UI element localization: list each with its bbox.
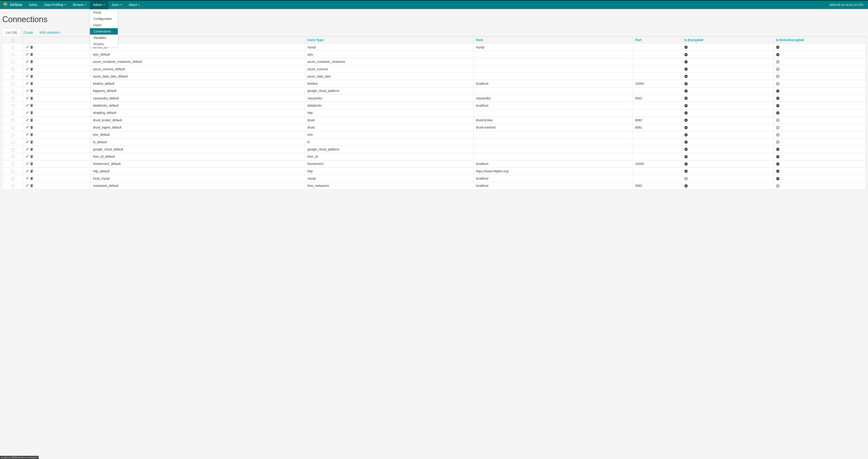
nav-data-profiling[interactable]: Data Profiling [41,0,69,9]
header-conn-type[interactable]: Conn Type [305,37,473,43]
delete-icon[interactable] [30,177,33,180]
delete-icon[interactable] [30,75,33,78]
delete-icon[interactable] [30,97,33,100]
nav-browse[interactable]: Browse [69,0,90,9]
edit-icon[interactable] [26,104,29,107]
header-is-encrypted[interactable]: Is Encrypted [682,37,774,43]
cell-conn-id[interactable]: cassandra_default [91,95,305,102]
admin-menu-pools[interactable]: Pools [90,9,118,15]
cell-conn-id[interactable]: druid_broker_default [91,116,305,124]
row-checkbox[interactable] [11,104,14,107]
delete-icon[interactable] [30,104,33,107]
cell-conn-id[interactable]: hiveserver2_default [91,160,305,167]
cell-conn-id[interactable]: emr_default [91,131,305,138]
edit-icon[interactable] [26,53,29,56]
delete-icon[interactable] [30,148,33,151]
delete-icon[interactable] [30,126,33,129]
delete-icon[interactable] [30,111,33,114]
delete-icon[interactable] [30,170,33,173]
edit-icon[interactable] [26,68,29,71]
nav-about[interactable]: About [125,0,144,9]
header-conn-id[interactable]: Conn Id [91,37,305,43]
row-checkbox[interactable] [11,133,14,136]
row-checkbox[interactable] [11,148,14,151]
delete-icon[interactable] [30,119,33,122]
edit-icon[interactable] [26,111,29,114]
edit-icon[interactable] [26,170,29,173]
cell-conn-id[interactable]: azure_container_instances_default [91,58,305,65]
edit-icon[interactable] [26,140,29,144]
edit-icon[interactable] [26,155,29,158]
brand-link[interactable]: Airflow [2,2,22,8]
delete-icon[interactable] [30,140,33,144]
cell-conn-id[interactable]: metastore_default [91,182,305,189]
edit-icon[interactable] [26,148,29,151]
row-checkbox[interactable] [11,119,14,122]
row-checkbox[interactable] [11,170,14,173]
tab-with-selected[interactable]: With selected [36,29,64,36]
cell-conn-id[interactable]: druid_ingest_default [91,124,305,131]
delete-icon[interactable] [30,155,33,158]
edit-icon[interactable] [26,133,29,136]
header-host[interactable]: Host [473,37,633,43]
admin-menu-configuration[interactable]: Configuration [90,15,118,22]
delete-icon[interactable] [30,53,33,56]
edit-icon[interactable] [26,60,29,63]
edit-icon[interactable] [26,177,29,180]
cell-conn-id[interactable]: aws_default [91,51,305,58]
cell-conn-id[interactable]: http_default [91,168,305,175]
delete-icon[interactable] [30,68,33,71]
row-checkbox[interactable] [11,126,14,129]
cell-conn-id[interactable]: bigquery_default [91,87,305,94]
edit-icon[interactable] [26,45,29,49]
tab-create[interactable]: Create [21,29,36,36]
header-port[interactable]: Port [633,37,682,43]
row-checkbox[interactable] [11,141,14,144]
cell-conn-id[interactable]: google_cloud_default [91,146,305,153]
delete-icon[interactable] [30,162,33,165]
edit-icon[interactable] [26,89,29,92]
admin-menu-variables[interactable]: Variables [90,35,118,41]
cell-conn-id[interactable]: beeline_default [91,80,305,87]
delete-icon[interactable] [30,82,33,85]
row-checkbox[interactable] [11,68,14,71]
edit-icon[interactable] [26,126,29,129]
row-checkbox[interactable] [11,177,14,180]
cell-conn-id[interactable]: fs_default [91,138,305,145]
nav-admin[interactable]: Admin Pools Configuration Users Connecti… [90,0,108,9]
checkbox-icon[interactable] [11,39,14,42]
row-checkbox[interactable] [11,111,14,114]
cell-conn-id[interactable]: dingding_default [91,109,305,116]
delete-icon[interactable] [30,133,33,136]
edit-icon[interactable] [26,119,29,122]
cell-conn-id[interactable]: azure_cosmos_default [91,65,305,72]
delete-icon[interactable] [30,60,33,63]
row-checkbox[interactable] [11,46,14,49]
admin-menu-users[interactable]: Users [90,22,118,28]
row-checkbox[interactable] [11,83,14,86]
edit-icon[interactable] [26,162,29,165]
row-checkbox[interactable] [11,97,14,100]
delete-icon[interactable] [30,184,33,187]
cell-conn-id[interactable]: azure_data_lake_default [91,73,305,80]
admin-menu-xcoms[interactable]: XComs [90,41,118,47]
header-select-all[interactable] [2,37,23,43]
row-checkbox[interactable] [11,53,14,56]
nav-docs[interactable]: Docs [108,0,125,9]
cell-conn-id[interactable]: databricks_default [91,102,305,109]
admin-menu-connections[interactable]: Connections [90,28,118,35]
header-is-extra-encrypted[interactable]: Is Extra Encrypted [774,37,866,43]
cell-conn-id[interactable]: airflow_db [91,43,305,51]
cell-conn-id[interactable]: local_mysql [91,175,305,182]
edit-icon[interactable] [26,75,29,78]
row-checkbox[interactable] [11,61,14,63]
row-checkbox[interactable] [11,185,14,188]
tab-list[interactable]: List (38) [2,29,21,36]
row-checkbox[interactable] [11,90,14,93]
row-checkbox[interactable] [11,163,14,166]
delete-icon[interactable] [30,89,33,92]
cell-conn-id[interactable]: hive_cli_default [91,153,305,160]
delete-icon[interactable] [30,45,33,49]
edit-icon[interactable] [26,97,29,100]
edit-icon[interactable] [26,184,29,187]
